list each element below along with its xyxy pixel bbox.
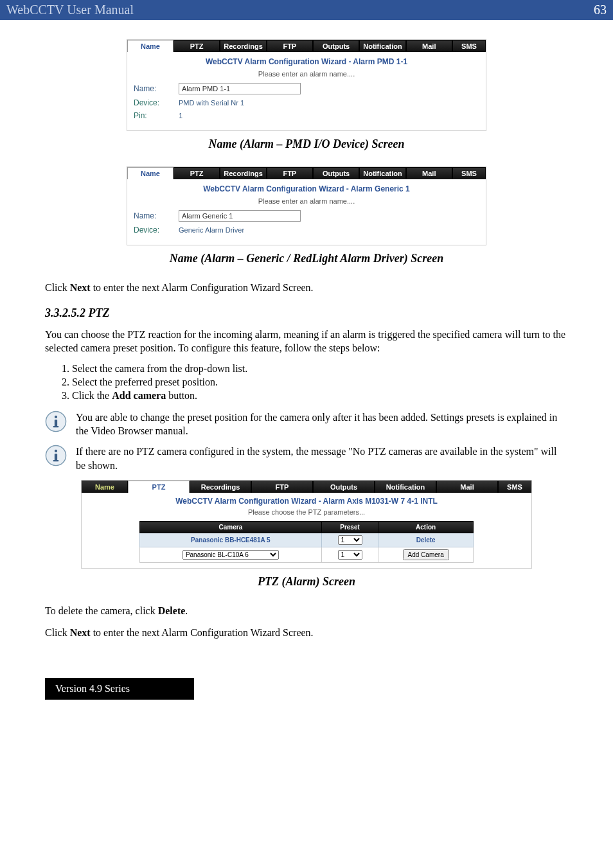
svg-rect-7 bbox=[53, 460, 59, 461]
section-heading-ptz: 3.3.2.5.2 PTZ bbox=[45, 306, 568, 320]
screenshot-ptz: Name PTZ Recordings FTP Outputs Notifica… bbox=[81, 480, 532, 569]
info-icon bbox=[45, 445, 67, 466]
tab-ptz[interactable]: PTZ bbox=[173, 167, 220, 179]
action-cell: Delete bbox=[378, 533, 474, 547]
tab-sms[interactable]: SMS bbox=[452, 167, 486, 179]
paragraph-click-next: Click Next to enter the next Alarm Confi… bbox=[45, 281, 568, 295]
camera-cell: Panasonic BL-C10A 6 bbox=[140, 547, 322, 563]
wizard-instruction: Please enter an alarm name.... bbox=[134, 70, 479, 78]
paragraph-click-next-2: Click Next to enter the next Alarm Confi… bbox=[45, 626, 568, 640]
tab-ftp[interactable]: FTP bbox=[267, 167, 313, 179]
preset-select[interactable]: 1 bbox=[338, 535, 362, 545]
svg-point-1 bbox=[55, 416, 57, 418]
camera-select[interactable]: Panasonic BL-C10A 6 bbox=[182, 550, 279, 560]
figure-caption-2: Name (Alarm – Generic / RedLight Alarm D… bbox=[45, 252, 568, 265]
tab-outputs[interactable]: Outputs bbox=[313, 40, 359, 52]
screenshot-alarm-generic: Name PTZ Recordings FTP Outputs Notifica… bbox=[127, 166, 486, 245]
steps-list: Select the camera from the drop-down lis… bbox=[72, 363, 568, 402]
wizard-title: WebCCTV Alarm Configuration Wizard - Ala… bbox=[134, 57, 479, 66]
note-no-ptz: If there are no PTZ camera configured in… bbox=[76, 445, 568, 472]
tab-name[interactable]: Name bbox=[127, 40, 173, 52]
step-2: Select the preferred preset position. bbox=[72, 376, 568, 388]
tab-ftp[interactable]: FTP bbox=[267, 40, 313, 52]
tab-mail[interactable]: Mail bbox=[436, 481, 498, 493]
delete-link[interactable]: Delete bbox=[416, 536, 436, 544]
svg-rect-3 bbox=[53, 426, 59, 427]
step-1: Select the camera from the drop-down lis… bbox=[72, 363, 568, 375]
step-3: Click the Add camera button. bbox=[72, 390, 568, 402]
label-pin: Pin: bbox=[134, 111, 179, 120]
doc-header: WebCCTV User Manual 63 bbox=[0, 0, 613, 20]
tab-recordings[interactable]: Recordings bbox=[190, 481, 251, 493]
tab-notification[interactable]: Notification bbox=[359, 167, 405, 179]
svg-rect-2 bbox=[55, 420, 57, 427]
screenshot-alarm-pmd: Name PTZ Recordings FTP Outputs Notifica… bbox=[127, 39, 486, 131]
camera-cell: Panasonic BB-HCE481A 5 bbox=[140, 533, 322, 547]
tab-name[interactable]: Name bbox=[127, 167, 173, 179]
preset-select[interactable]: 1 bbox=[338, 550, 362, 560]
wizard-instruction: Please enter an alarm name.... bbox=[134, 197, 479, 205]
pin-value: 1 bbox=[179, 112, 182, 120]
paragraph-ptz-intro: You can choose the PTZ reaction for the … bbox=[45, 328, 568, 355]
tab-outputs[interactable]: Outputs bbox=[313, 481, 375, 493]
tab-mail[interactable]: Mail bbox=[406, 40, 452, 52]
tab-mail[interactable]: Mail bbox=[406, 167, 452, 179]
preset-cell: 1 bbox=[321, 547, 378, 563]
preset-cell: 1 bbox=[321, 533, 378, 547]
tab-notification[interactable]: Notification bbox=[359, 40, 405, 52]
tab-ftp[interactable]: FTP bbox=[251, 481, 313, 493]
wizard-title: WebCCTV Alarm Configuration Wizard - Ala… bbox=[88, 497, 525, 506]
label-device: Device: bbox=[134, 226, 179, 235]
note-preset: You are able to change the preset positi… bbox=[76, 411, 568, 438]
tab-notification[interactable]: Notification bbox=[375, 481, 436, 493]
ptz-parameters-table: Camera Preset Action Panasonic BB-HCE481… bbox=[139, 521, 474, 563]
tab-recordings[interactable]: Recordings bbox=[220, 167, 266, 179]
col-preset: Preset bbox=[321, 522, 378, 533]
tab-sms[interactable]: SMS bbox=[498, 481, 531, 493]
table-row: Panasonic BL-C10A 6 1 Add Camera bbox=[140, 547, 474, 563]
alarm-name-input[interactable] bbox=[179, 83, 301, 94]
table-row: Panasonic BB-HCE481A 5 1 Delete bbox=[140, 533, 474, 547]
add-camera-button[interactable]: Add Camera bbox=[403, 549, 449, 560]
info-icon bbox=[45, 411, 67, 432]
tab-name[interactable]: Name bbox=[82, 481, 128, 493]
tab-recordings[interactable]: Recordings bbox=[220, 40, 266, 52]
wizard-instruction: Please choose the PTZ parameters... bbox=[88, 508, 525, 516]
tab-ptz[interactable]: PTZ bbox=[173, 40, 220, 52]
doc-footer-version: Version 4.9 Series bbox=[45, 678, 194, 700]
page-number: 63 bbox=[594, 3, 607, 17]
svg-rect-6 bbox=[55, 454, 57, 461]
figure-caption-1: Name (Alarm – PMD I/O Device) Screen bbox=[45, 137, 568, 151]
tab-ptz[interactable]: PTZ bbox=[128, 481, 190, 493]
col-action: Action bbox=[378, 522, 474, 533]
action-cell: Add Camera bbox=[378, 547, 474, 563]
label-name: Name: bbox=[134, 84, 179, 93]
device-value: PMD with Serial Nr 1 bbox=[179, 99, 244, 107]
label-device: Device: bbox=[134, 98, 179, 107]
doc-title: WebCCTV User Manual bbox=[6, 3, 134, 17]
col-camera: Camera bbox=[140, 522, 322, 533]
svg-point-5 bbox=[55, 450, 57, 452]
alarm-name-input[interactable] bbox=[179, 210, 301, 222]
wizard-title: WebCCTV Alarm Configuration Wizard - Ala… bbox=[134, 184, 479, 193]
tab-sms[interactable]: SMS bbox=[452, 40, 486, 52]
figure-caption-3: PTZ (Alarm) Screen bbox=[45, 575, 568, 589]
paragraph-delete: To delete the camera, click Delete. bbox=[45, 604, 568, 618]
label-name: Name: bbox=[134, 211, 179, 220]
device-value: Generic Alarm Driver bbox=[179, 226, 244, 234]
tab-outputs[interactable]: Outputs bbox=[313, 167, 359, 179]
